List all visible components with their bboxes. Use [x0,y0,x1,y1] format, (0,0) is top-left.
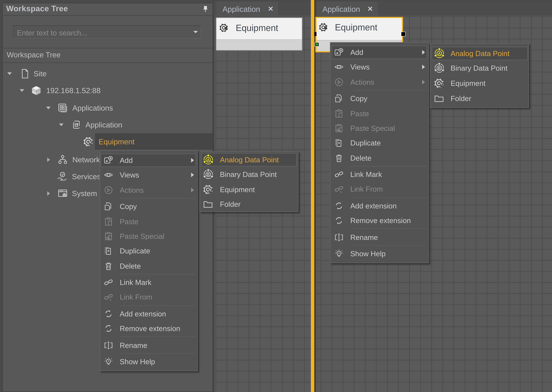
svg-text:A: A [438,51,441,56]
svg-text:A: A [207,158,210,162]
svg-text:B: B [207,173,210,177]
svg-text:B: B [438,66,441,70]
